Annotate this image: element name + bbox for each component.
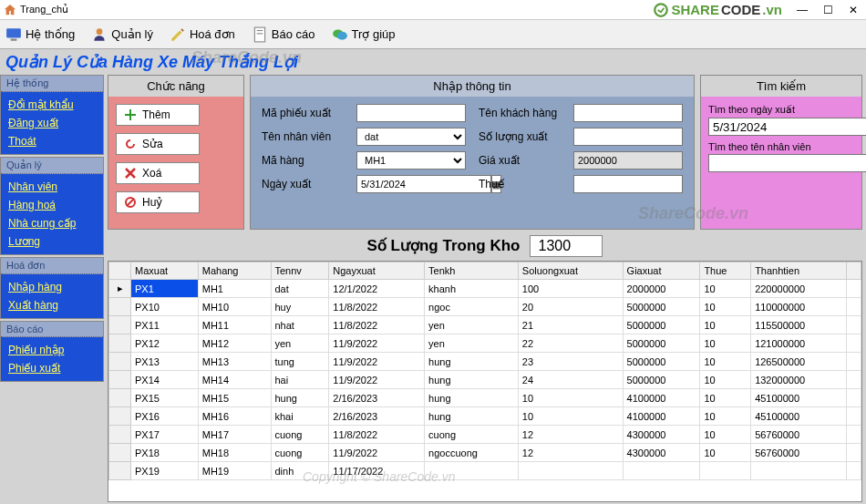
sidebar-link-thoat[interactable]: Thoát [8,132,96,150]
cell[interactable]: 5000000 [623,371,700,389]
cell[interactable]: 220000000 [751,280,847,298]
cell[interactable]: 10 [700,444,751,462]
cell[interactable]: PX13 [131,353,199,371]
cell[interactable]: hai [271,371,329,389]
cell[interactable]: 5000000 [623,353,700,371]
cell[interactable]: MH18 [198,444,271,462]
sidebar-link-hanghoa[interactable]: Hàng hoá [8,196,96,214]
row-selector[interactable] [109,334,131,353]
row-selector[interactable] [109,371,131,389]
menu-trogiup[interactable]: Trợ giúp [332,26,396,43]
cell[interactable]: 10 [700,334,751,353]
cell[interactable]: 20 [518,298,623,316]
cell[interactable]: 4100000 [623,389,700,407]
sidebar-link-phieunhap[interactable]: Phiếu nhập [8,341,96,359]
cell[interactable]: 10 [700,353,751,371]
cell[interactable]: MH1 [198,280,271,298]
delete-button[interactable]: Xoá [116,162,200,184]
minimize-button[interactable]: — [793,4,811,16]
cell[interactable]: 24 [518,371,623,389]
col-header[interactable]: Tennv [271,262,329,280]
table-row[interactable]: PX19MH19dinh11/17/2022 [109,462,861,480]
select-tennv[interactable]: dat [356,128,466,146]
cell[interactable]: PX15 [131,389,199,407]
col-header[interactable]: Giaxuat [623,262,700,280]
cell[interactable]: 11/9/2022 [329,353,425,371]
data-grid[interactable]: MaxuatMahangTennvNgayxuatTenkhSoluongxua… [108,261,862,502]
cell[interactable]: khanh [425,280,519,298]
cell[interactable]: PX11 [131,316,199,334]
cell[interactable]: 115500000 [751,316,847,334]
col-header[interactable]: Maxuat [131,262,199,280]
cell[interactable]: MH11 [198,316,271,334]
row-selector[interactable] [109,298,131,316]
cell[interactable]: yen [425,334,519,353]
cell[interactable]: PX1 [131,280,199,298]
cell[interactable]: hung [425,407,519,426]
cell[interactable]: ngoccuong [425,444,519,462]
input-thue[interactable] [573,175,683,193]
input-slxuat[interactable] [573,128,683,146]
sidebar-link-doimatkhau[interactable]: Đổi mật khẩu [8,96,96,114]
table-row[interactable]: PX16MH16khai2/16/2023hung104100000104510… [109,407,861,426]
row-selector[interactable] [109,444,131,462]
cell[interactable]: 4100000 [623,407,700,426]
row-selector[interactable] [109,407,131,426]
cell[interactable]: MH15 [198,389,271,407]
cell[interactable]: cuong [271,444,329,462]
cell[interactable]: 5000000 [623,334,700,353]
cell[interactable]: 45100000 [751,389,847,407]
cell[interactable]: 10 [700,280,751,298]
cell[interactable]: 2000000 [623,280,700,298]
input-maphieu[interactable] [356,104,466,122]
cell[interactable]: 4300000 [623,426,700,444]
cell[interactable]: PX16 [131,407,199,426]
cell[interactable]: PX14 [131,371,199,389]
cell[interactable]: 12 [518,426,623,444]
table-row[interactable]: PX10MH10huy11/8/2022ngoc2050000001011000… [109,298,861,316]
cell[interactable]: hung [425,353,519,371]
cell[interactable]: PX12 [131,334,199,353]
sidebar-link-dangxuat[interactable]: Đăng xuất [8,114,96,132]
cell[interactable]: MH17 [198,426,271,444]
cell[interactable]: 12 [518,444,623,462]
table-row[interactable]: ▸PX1MH1dat12/1/2022khanh1002000000102200… [109,280,861,298]
cell[interactable]: 10 [700,371,751,389]
cell[interactable]: 11/17/2022 [329,462,425,480]
cell[interactable]: 11/9/2022 [329,334,425,353]
table-row[interactable]: PX14MH14hai11/9/2022hung2450000001013200… [109,371,861,389]
cell[interactable]: cuong [425,426,519,444]
col-header[interactable]: Tenkh [425,262,519,280]
col-header[interactable]: Thue [700,262,751,280]
cell[interactable]: 21 [518,316,623,334]
select-mahang[interactable]: MH1 [356,151,466,170]
cell[interactable]: 10 [518,389,623,407]
cell[interactable]: 11/9/2022 [329,371,425,389]
table-row[interactable]: PX17MH17cuong11/8/2022cuong1243000001056… [109,426,861,444]
cell[interactable]: 132000000 [751,371,847,389]
cell[interactable]: 11/8/2022 [329,298,425,316]
cell[interactable]: PX10 [131,298,199,316]
table-row[interactable]: PX15MH15hung2/16/2023hung104100000104510… [109,389,861,407]
sidebar-link-nhacungcap[interactable]: Nhà cung cấp [8,214,96,232]
menu-baocao[interactable]: Báo cáo [252,26,315,43]
input-search-nv[interactable] [708,154,866,172]
cell[interactable]: 10 [700,316,751,334]
cell[interactable]: khai [271,407,329,426]
cell[interactable]: 5000000 [623,316,700,334]
cell[interactable]: PX17 [131,426,199,444]
cell[interactable]: cuong [271,426,329,444]
cell[interactable]: 126500000 [751,353,847,371]
input-search-date[interactable] [708,118,866,136]
menu-quanly[interactable]: Quản lý [91,26,153,43]
row-selector[interactable] [109,389,131,407]
cell[interactable]: PX18 [131,444,199,462]
input-tenkh[interactable] [573,104,683,122]
cell[interactable]: nhat [271,316,329,334]
cell[interactable] [518,462,623,480]
cell[interactable] [623,462,700,480]
cell[interactable]: 12/1/2022 [329,280,425,298]
maximize-button[interactable]: ☐ [819,4,837,16]
add-button[interactable]: Thêm [116,104,200,126]
cell[interactable]: 11/9/2022 [329,444,425,462]
